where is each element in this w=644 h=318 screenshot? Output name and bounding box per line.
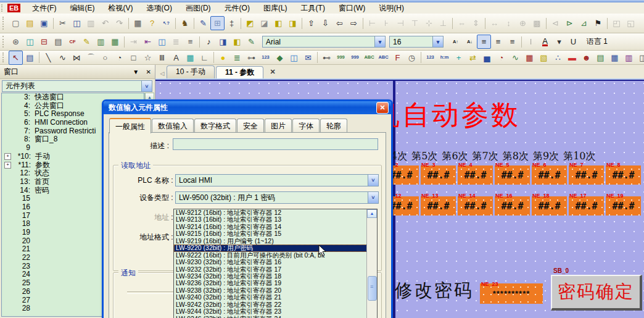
font-size-select[interactable]: 16 ▾ <box>389 36 444 48</box>
numeric-display-element[interactable]: NE_13##.# <box>421 196 456 215</box>
pane-view-select[interactable]: 元件列表 ˅ <box>2 80 152 92</box>
font-color-dropdown-icon[interactable]: ▾ <box>552 35 566 49</box>
device-type-option[interactable]: LW-9246 (32bit) : 地址索引寄存器 24 <box>174 316 367 318</box>
copy-icon[interactable]: ◫ <box>70 16 84 30</box>
dialog-tab[interactable]: 轮廓 <box>320 119 347 133</box>
bit-lamp-icon[interactable]: ● <box>216 51 230 65</box>
font-family-select[interactable]: Arial ▾ <box>262 36 386 48</box>
move-shape-icon[interactable]: + <box>452 51 466 65</box>
chevron-down-icon[interactable]: ▾ <box>374 36 385 47</box>
window-tab[interactable]: 11 - 参数 <box>216 66 263 79</box>
clock-icon[interactable]: ◷ <box>405 51 419 65</box>
numeric-tag-icon[interactable]: 123 <box>423 51 437 65</box>
macro-edit-icon[interactable]: ✎ <box>80 35 94 49</box>
function-key-icon[interactable]: F <box>390 51 405 65</box>
macro-manager-icon[interactable]: ◨ <box>216 35 230 49</box>
snap-toggle-icon[interactable]: ‡ <box>225 16 239 30</box>
menu-tools[interactable]: 工具(T) <box>294 2 332 14</box>
context-help-icon[interactable]: ↖? <box>159 16 173 30</box>
pane-menu-icon[interactable]: ▼ <box>133 69 139 75</box>
device-type-option[interactable]: LW-9242 (32bit) : 地址索引寄存器 22 <box>174 301 367 308</box>
sequence-label[interactable]: 第6次 <box>442 150 468 163</box>
element-properties-icon[interactable]: ▤ <box>23 51 37 65</box>
numeric-display-element[interactable]: NE_14##.# <box>458 196 493 215</box>
dialog-tab[interactable]: 数字格式 <box>194 119 236 133</box>
meter-display-icon[interactable]: ◔ <box>494 51 508 65</box>
toolbar-drag-handle[interactable] <box>2 52 6 62</box>
tab-scroll-left-icon[interactable]: ◁ <box>158 69 167 78</box>
rect-tool-icon[interactable]: □ <box>126 51 141 65</box>
menu-options[interactable]: 选项(O) <box>140 2 179 14</box>
dialog-title-bar[interactable]: 数值输入元件属性 ✕ <box>104 101 391 114</box>
expand-icon[interactable]: + <box>4 162 11 169</box>
simulate-icon[interactable]: ▤ <box>51 35 65 49</box>
scroll-up-icon[interactable]: ▲ <box>367 209 377 218</box>
address-tag-icon[interactable]: ◧ <box>230 35 244 49</box>
dialog-tab[interactable]: 图片 <box>265 119 292 133</box>
send-backward-icon[interactable]: ◨ <box>286 16 300 30</box>
menu-help[interactable]: 说明(H) <box>372 2 411 14</box>
text-align-center-icon[interactable]: ≡ <box>491 35 505 49</box>
sequence-label[interactable]: 第8次 <box>503 150 529 163</box>
corner-tool-icon[interactable]: ∟ <box>197 51 212 65</box>
device-type-option[interactable]: LW-9222 (16bit) : 目前用户可操作的类别 (bit 0:A, b… <box>174 252 367 259</box>
numeric-display-element[interactable]: NE_3##.# <box>421 165 456 185</box>
device-type-select[interactable]: LW-9500 (32bit) : 用户 1 密码 ˅ <box>175 191 379 204</box>
device-type-option[interactable]: LW-9236 (32bit) : 地址索引寄存器 19 <box>174 280 367 287</box>
sequence-label[interactable]: 第9次 <box>533 150 559 163</box>
device-type-option[interactable]: LW-9214 (16bit) : 地址索引寄存器 14 <box>174 224 367 230</box>
ascii-display-icon[interactable]: ABC <box>362 51 376 65</box>
window-tab[interactable]: 10 - 手动 <box>167 65 215 78</box>
flip-horizontal-icon[interactable]: ⊳ <box>563 16 577 30</box>
backup-icon[interactable]: ◫ <box>636 51 644 65</box>
change-password-label[interactable]: 修改密码 <box>395 278 474 303</box>
compile-icon[interactable]: ◫ <box>23 35 37 49</box>
numeric-123-icon[interactable]: 123 <box>258 51 273 65</box>
download-icon[interactable]: ⊟ <box>37 35 51 49</box>
numeric-display-element[interactable]: NE_19##.# <box>606 196 641 215</box>
pin-top-icon[interactable]: ⇧ <box>304 16 318 30</box>
trend-display-icon[interactable]: ∿ <box>508 51 522 65</box>
numeric-display-icon[interactable]: 999 <box>334 51 348 65</box>
font-color-icon[interactable]: A <box>538 35 552 49</box>
dialog-tab[interactable]: 数值输入 <box>152 119 194 133</box>
toolbar-drag-handle[interactable] <box>1 4 5 12</box>
menu-library[interactable]: 图库(L) <box>257 2 294 14</box>
bring-forward-icon[interactable]: ◧ <box>271 16 286 30</box>
device-type-option[interactable]: LW-9215 (16bit) : 地址索引寄存器 15 <box>174 230 367 237</box>
pie-tool-icon[interactable]: ◔ <box>112 51 126 65</box>
numeric-display-element[interactable]: NE_17##.# <box>569 196 604 215</box>
dialog-tab[interactable]: 字体 <box>292 119 320 133</box>
dialog-tab[interactable]: 安全 <box>237 119 264 133</box>
menu-view[interactable]: 检视(V) <box>102 2 140 14</box>
chevron-down-icon[interactable]: ▾ <box>432 36 443 47</box>
sequence-label[interactable]: 第7次 <box>473 150 498 163</box>
toggle-switch-icon[interactable]: ⊷ <box>320 51 334 65</box>
select-tool-icon[interactable]: ↖ <box>9 51 23 65</box>
device-type-option[interactable]: LW-9212 (16bit) : 地址索引寄存器 12 <box>174 209 367 216</box>
device-type-option[interactable]: LW-9213 (16bit) : 地址索引寄存器 13 <box>174 216 367 223</box>
device-type-option[interactable]: LW-9238 (32bit) : 地址索引寄存器 20 <box>174 287 367 294</box>
text-align-left-icon[interactable]: ≡ <box>477 35 491 49</box>
pen-style-icon[interactable]: ✎ <box>196 16 210 30</box>
device-type-option[interactable]: LW-9230 (32bit) : 地址索引寄存器 16 <box>174 259 367 266</box>
polygon-tool-icon[interactable]: ☆ <box>141 51 155 65</box>
pin-element-icon[interactable]: ⚑ <box>591 16 605 30</box>
options-list-icon[interactable]: ◫ <box>287 51 301 65</box>
numeric-display-element[interactable]: NE_16##.# <box>495 196 530 215</box>
word-lamp-icon[interactable]: ≣ <box>230 51 244 65</box>
arc-tool-icon[interactable]: ⌒ <box>84 51 98 65</box>
position-transfer-icon[interactable]: ⇄ <box>466 51 480 65</box>
device-type-option[interactable]: LW-9232 (32bit) : 地址索引寄存器 17 <box>174 266 367 273</box>
font-enlarge-icon[interactable]: A↑ <box>448 35 463 49</box>
string-table-icon[interactable]: ✎ <box>244 35 258 49</box>
grid-toggle-icon[interactable]: ⊞ <box>210 16 225 30</box>
history-data-icon[interactable]: ▦ <box>522 51 537 65</box>
line-tool-icon[interactable]: ╲ <box>41 51 56 65</box>
dialog-close-button[interactable]: ✕ <box>376 102 389 114</box>
bring-to-front-icon[interactable]: ◩ <box>243 16 257 30</box>
text-align-right-icon[interactable]: ≡ <box>505 35 519 49</box>
tab-close-icon[interactable]: ✕ <box>270 68 275 76</box>
toolbar-drag-handle[interactable] <box>2 17 6 30</box>
send-to-back-icon[interactable]: ◪ <box>257 16 271 30</box>
